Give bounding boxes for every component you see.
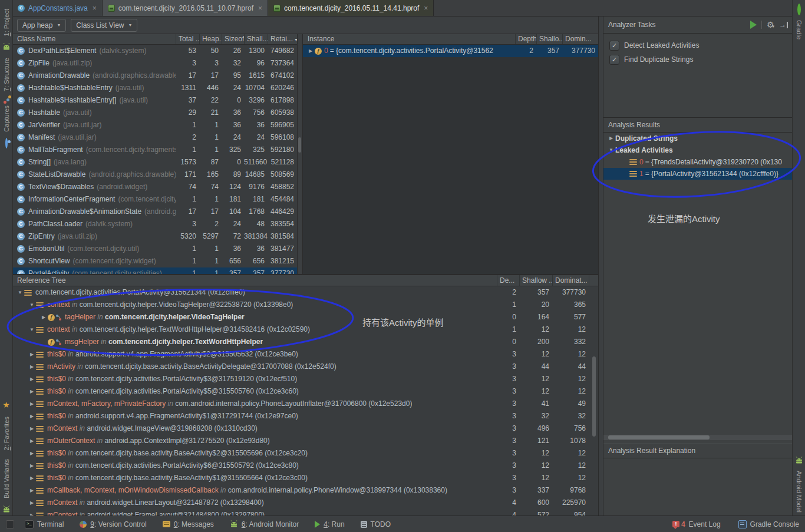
heap-dropdown[interactable]: App heap ▼ <box>17 19 66 32</box>
ref-row[interactable]: ▶mCallback, mContext, mOnWindowDismissed… <box>12 484 598 497</box>
collapse-icon[interactable]: ▼ <box>28 323 36 336</box>
ref-row[interactable]: ▶this$0 in com.tencent.djcity.activities… <box>12 385 598 398</box>
ref-row[interactable]: ▶this$0 in android.support.v4.app.Fragme… <box>12 348 598 361</box>
ref-row[interactable]: ▼com.tencent.djcity.activities.PortalAct… <box>12 286 598 299</box>
expand-icon[interactable]: ▶ <box>28 398 36 410</box>
expand-icon[interactable]: ▶ <box>306 45 315 57</box>
class-row[interactable]: CAnimationDrawable(android.graphics.draw… <box>12 70 297 82</box>
expand-icon[interactable]: ▶ <box>28 447 36 460</box>
expand-icon[interactable]: ▶ <box>28 435 36 447</box>
class-row[interactable]: CDexPathList$Element(dalvik.system)53502… <box>12 45 297 57</box>
expand-icon[interactable]: ▶ <box>39 311 48 323</box>
reference-tree-scrollbar[interactable] <box>592 286 596 516</box>
analyzer-task[interactable]: ✓Find Duplicate Strings <box>603 52 793 67</box>
editor-tab-2[interactable]: com.tencent.djcity_2016.05.11_10.07.hpro… <box>103 0 268 16</box>
toolwindow-favorites[interactable]: 2: Favorites <box>3 417 10 450</box>
collapse-icon[interactable]: ▼ <box>607 144 615 156</box>
analysis-hscrollbar[interactable] <box>603 435 793 440</box>
class-row[interactable]: CEmotionUtil(com.tencent.djcity.util)113… <box>12 243 297 255</box>
statusbar-terminal[interactable]: >_Terminal <box>25 520 64 528</box>
class-column-header[interactable]: Class Name <box>12 34 176 44</box>
reference-column-header[interactable]: Shallow ... <box>519 275 552 286</box>
ref-row[interactable]: ▶mContext in android.widget.ImageView@31… <box>12 422 598 435</box>
class-row[interactable]: CAnimationDrawable$AnimationState(androi… <box>12 206 297 218</box>
class-column-header[interactable]: Sizeof <box>222 34 244 44</box>
gradle-icon[interactable] <box>797 5 801 14</box>
gear-icon[interactable]: ⚙▾ <box>767 21 774 29</box>
toolwindow-build-variants[interactable]: Build Variants <box>3 459 10 498</box>
android-project-icon[interactable] <box>2 43 11 51</box>
class-row[interactable]: CString[](java.lang)1573870511660521128 <box>12 156 297 168</box>
expand-icon[interactable]: ▶ <box>28 373 36 385</box>
checkbox-checked[interactable]: ✓ <box>609 55 619 65</box>
ref-row[interactable]: ▶this$0 in com.tencent.djcity.base.activ… <box>12 447 598 460</box>
ref-row[interactable]: ▶this$0 in com.tencent.djcity.base.activ… <box>12 472 598 484</box>
analysis-group[interactable]: ▼Leaked Activities <box>603 144 793 156</box>
android-build-icon[interactable] <box>2 505 11 513</box>
class-row[interactable]: CTextView$Drawables(android.widget)74741… <box>12 181 297 193</box>
class-row[interactable]: CMallTabFragment(com.tencent.djcity.frag… <box>12 144 297 156</box>
expand-icon[interactable]: ▶ <box>28 460 36 472</box>
expand-icon[interactable]: ▶ <box>607 133 615 144</box>
class-row[interactable]: CManifest(java.util.jar)212424596108 <box>12 131 297 144</box>
ref-row[interactable]: ▶this$0 in com.tencent.djcity.activities… <box>12 373 598 385</box>
ref-row[interactable]: ▼context in com.tencent.djcity.helper.Vi… <box>12 299 598 311</box>
class-row[interactable]: CHashtable$HashtableEntry(java.util)1311… <box>12 82 297 94</box>
class-row[interactable]: CHashtable$HashtableEntry[](java.util)37… <box>12 94 297 107</box>
expand-icon[interactable]: ▶ <box>28 410 36 422</box>
class-row[interactable]: CHashtable(java.util)292136756605938 <box>12 107 297 119</box>
analyzer-task[interactable]: ✓Detect Leaked Activities <box>603 38 793 52</box>
toolwindow-project[interactable]: 1: Project <box>3 9 10 36</box>
scrollbar-thumb[interactable] <box>592 356 596 437</box>
editor-tab-3[interactable]: com.tencent.djcity_2016.05.11_14.41.hpro… <box>268 0 434 16</box>
instance-header[interactable]: InstanceDepthShallo...Domin... <box>303 34 598 45</box>
class-row[interactable]: CZipEntry(java.util.zip)5320529772381384… <box>12 230 297 243</box>
statusbar-android-monitor[interactable]: 6: Android Monitor <box>230 520 299 528</box>
class-row[interactable]: CPathClassLoader(dalvik.system)322448383… <box>12 218 297 230</box>
statusbar-run[interactable]: 4: Run <box>315 520 344 528</box>
leaked-activity-item[interactable]: 1= {PortalActivity@315621344 (0x12cfffe0… <box>603 168 793 180</box>
ref-row[interactable]: fmsgHelper in com.tencent.djcity.helper.… <box>12 336 598 348</box>
expand-icon[interactable]: ▶ <box>28 385 36 398</box>
ref-row[interactable]: ▼context in com.tencent.djcity.helper.Te… <box>12 323 598 336</box>
expand-icon[interactable]: ▶ <box>28 422 36 435</box>
leaked-activity-item[interactable]: 0= {TrendsDetailActivity@319230720 (0x13… <box>603 156 793 168</box>
panel-splitter[interactable] <box>598 16 603 516</box>
instance-column-header[interactable]: Depth <box>515 34 536 44</box>
toolwindow-gradle[interactable]: Gradle <box>796 20 803 39</box>
expand-icon[interactable]: ▶ <box>28 497 36 509</box>
android-model-icon[interactable] <box>795 457 803 464</box>
tab-close-icon[interactable]: × <box>93 4 97 12</box>
toolwindow-toggle-icon[interactable] <box>6 520 14 528</box>
class-row[interactable]: CJarVerifier(java.util.jar)113636596905 <box>12 119 297 131</box>
run-analysis-button[interactable] <box>750 21 757 29</box>
toolwindow-android-model[interactable]: Android Model <box>796 471 803 513</box>
reference-column-header[interactable]: Dominat... <box>552 275 589 286</box>
class-list-scrollbar[interactable] <box>298 34 303 274</box>
favorites-star-icon[interactable]: ★ <box>2 401 10 409</box>
statusbar-event-log[interactable]: !4Event Log <box>672 520 721 528</box>
ref-row[interactable]: ▶ftagHelper in com.tencent.djcity.helper… <box>12 311 598 323</box>
ref-row[interactable]: ▶mContext, mFactory, mPrivateFactory in … <box>12 398 598 410</box>
tab-close-icon[interactable]: × <box>258 4 262 12</box>
instance-row[interactable]: ▶f0= {com.tencent.djcity.activities.Port… <box>303 45 598 57</box>
reference-tree-header[interactable]: Reference TreeDe...Shallow ...Dominat... <box>12 275 598 286</box>
ref-row[interactable]: ▶mActivity in com.tencent.djcity.base.ac… <box>12 361 598 373</box>
collapse-icon[interactable]: ▼ <box>16 286 24 299</box>
class-list-header[interactable]: Class NameTotal ...Heap...SizeofShall...… <box>12 34 297 45</box>
scrollbar-thumb[interactable] <box>608 435 710 440</box>
class-column-header[interactable]: Retai...▼ <box>268 34 297 44</box>
toolwindow-captures[interactable]: Captures <box>3 105 10 132</box>
checkbox-checked[interactable]: ✓ <box>609 41 619 51</box>
class-column-header[interactable]: Heap... <box>199 34 222 44</box>
ref-row[interactable]: ▶this$0 in com.tencent.djcity.activities… <box>12 460 598 472</box>
statusbar-todo[interactable]: TODO <box>361 520 391 528</box>
class-row[interactable]: CZipFile(java.util.zip)333296737364 <box>12 57 297 70</box>
expand-icon[interactable]: ▶ <box>28 361 36 373</box>
reference-column-header[interactable]: De... <box>497 275 519 286</box>
collapse-icon[interactable]: ▼ <box>28 299 36 311</box>
expand-icon[interactable]: ▶ <box>28 484 36 497</box>
view-dropdown[interactable]: Class List View ▼ <box>71 19 137 32</box>
class-row[interactable]: CStateListDrawable(android.graphics.draw… <box>12 168 297 181</box>
class-row[interactable]: CInformationCenterFragment(com.tencent.d… <box>12 193 297 206</box>
